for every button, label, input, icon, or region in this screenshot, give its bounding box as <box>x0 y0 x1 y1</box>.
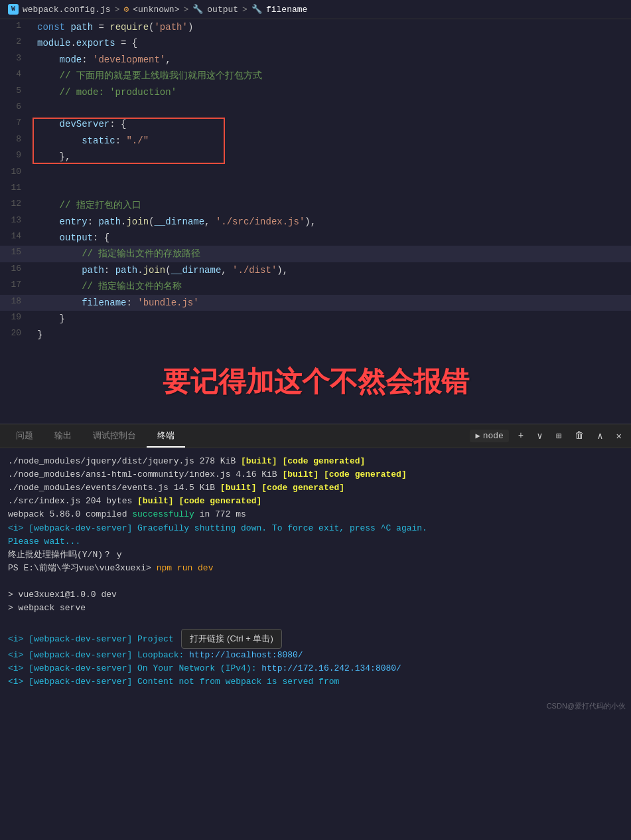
line-content: const path = require('path') <box>32 19 631 35</box>
breadcrumb-sep1: > <box>115 5 120 15</box>
tab-terminal[interactable]: 终端 <box>147 424 185 448</box>
line-content: // 指定输出文件的名称 <box>32 278 631 294</box>
terminal-line: PS E:\前端\学习vue\vue3xuexi> npm run dev <box>8 562 623 575</box>
terminal-body[interactable]: ./node_modules/jquery/dist/jquery.js 278… <box>0 448 631 714</box>
terminal-link[interactable]: http://172.16.242.134:8080/ <box>261 663 401 673</box>
terminal-line: <i> [webpack-dev-server] Loopback: http:… <box>8 649 623 662</box>
terminal-line: ./node_modules/jquery/dist/jquery.js 278… <box>8 455 623 468</box>
table-row: 11 <box>0 181 631 197</box>
terminal-panel: 问题 输出 调试控制台 终端 ▶ node + ∨ ⊞ 🗑 ∧ ✕ ./node… <box>0 424 631 714</box>
line-content: output: { <box>32 230 631 246</box>
table-row: 13 entry: path.join(__dirname, './src/in… <box>0 214 631 230</box>
code-table-2: 10 11 12 // 指定打包的入口 13 entry: path.join(… <box>0 165 631 343</box>
line-content: mode: 'development', <box>32 52 631 68</box>
terminal-text <box>318 469 324 479</box>
line-number: 5 <box>0 84 32 100</box>
line-content: // 指定输出文件的存放路径 <box>32 246 631 262</box>
terminal-text: successfully <box>132 509 194 519</box>
breadcrumb-part2[interactable]: <unknown> <box>133 5 179 15</box>
table-row: 5 // mode: 'production' <box>0 84 631 100</box>
maximize-button[interactable]: ∧ <box>593 429 606 443</box>
annotation-area: 要记得加这个不然会报错 <box>0 343 631 424</box>
terminal-text: in 772 ms <box>194 509 246 519</box>
breadcrumb-bar: W webpack.config.js > ⚙ <unknown> > 🔧 ou… <box>0 0 631 19</box>
line-content: entry: path.join(__dirname, './src/index… <box>32 214 631 230</box>
terminal-text: ./src/index.js 204 bytes <box>8 496 137 506</box>
terminal-text: PS E:\前端\学习vue\vue3xuexi> <box>8 563 157 573</box>
breadcrumb-file[interactable]: webpack.config.js <box>23 5 111 15</box>
terminal-line: <i> [webpack-dev-server] Project 打开链接 (C… <box>8 629 623 649</box>
breadcrumb-part4[interactable]: filename <box>266 5 307 15</box>
table-row: 7 devServer: { <box>0 116 631 132</box>
tab-debug-console[interactable]: 调试控制台 <box>82 424 147 448</box>
table-row: 12 // 指定打包的入口 <box>0 197 631 213</box>
line-number: 7 <box>0 116 32 132</box>
terminal-line: ./node_modules/events/events.js 14.5 KiB… <box>8 481 623 495</box>
line-number: 11 <box>0 181 32 197</box>
terminal-text: <i> [webpack-dev-server] Gracefully shut… <box>8 523 427 533</box>
line-number: 15 <box>0 246 32 262</box>
line-content <box>32 100 631 116</box>
line-number: 16 <box>0 262 32 278</box>
terminal-text: <i> [webpack-dev-server] On Your Network… <box>8 663 261 673</box>
terminal-text: npm run dev <box>157 563 214 573</box>
node-label: node <box>483 431 504 441</box>
line-number: 13 <box>0 214 32 230</box>
line-number: 9 <box>0 149 32 165</box>
devserver-region: 7 devServer: { 8 static: "./" 9 }, <box>0 116 631 165</box>
line-number: 10 <box>0 165 32 181</box>
tab-output[interactable]: 输出 <box>44 424 82 448</box>
terminal-text: 终止批处理操作吗(Y/N)？ y <box>8 550 122 560</box>
line-content: path: path.join(__dirname, './dist'), <box>32 262 631 278</box>
table-row: 2 module.exports = { <box>0 35 631 51</box>
wrench-icon2: 🔧 <box>251 4 262 15</box>
line-content: } <box>32 327 631 343</box>
line-content: // 指定打包的入口 <box>32 197 631 213</box>
terminal-controls: ▶ node + ∨ ⊞ 🗑 ∧ ✕ <box>470 429 626 443</box>
terminal-line: Please wait... <box>8 535 623 548</box>
line-number: 6 <box>0 100 32 116</box>
terminal-line: webpack 5.86.0 compiled successfully in … <box>8 508 623 521</box>
line-number: 1 <box>0 19 32 35</box>
terminal-text: <i> [webpack-dev-server] Loopback: <box>8 650 189 660</box>
table-row: 17 // 指定输出文件的名称 <box>0 278 631 294</box>
terminal-text: [built] <box>220 483 257 493</box>
add-terminal-button[interactable]: + <box>514 429 527 442</box>
terminal-text: [code generated] <box>324 469 407 479</box>
breadcrumb-sep3: > <box>242 5 247 15</box>
line-number: 4 <box>0 68 32 84</box>
line-content: // mode: 'production' <box>32 84 631 100</box>
line-number: 17 <box>0 278 32 294</box>
code-table-boxed: 7 devServer: { 8 static: "./" 9 }, <box>0 116 631 165</box>
watermark: CSDN@爱打代码的小伙 <box>547 701 626 711</box>
terminal-text: > webpack serve <box>8 603 86 613</box>
close-panel-button[interactable]: ✕ <box>612 429 626 443</box>
code-editor: 1 const path = require('path') 2 module.… <box>0 19 631 343</box>
dropdown-button[interactable]: ∨ <box>533 429 546 443</box>
file-icon: W <box>8 4 19 15</box>
table-row: 8 static: "./" <box>0 133 631 149</box>
terminal-link[interactable]: http://localhost:8080/ <box>189 650 303 660</box>
terminal-line: <i> [webpack-dev-server] On Your Network… <box>8 662 623 675</box>
split-terminal-button[interactable]: ⊞ <box>552 429 565 443</box>
breadcrumb-part3[interactable]: output <box>207 5 238 15</box>
breadcrumb-sep2: > <box>183 5 188 15</box>
open-link-tooltip[interactable]: 打开链接 (Ctrl + 单击) <box>181 629 281 649</box>
table-row: 20 } <box>0 327 631 343</box>
line-number: 20 <box>0 327 32 343</box>
tab-problems[interactable]: 问题 <box>5 424 44 448</box>
terminal-text: Please wait... <box>8 537 80 546</box>
table-row: 4 // 下面用的就是要上线啦我们就用这个打包方式 <box>0 68 631 84</box>
line-number: 12 <box>0 197 32 213</box>
table-row: 15 // 指定输出文件的存放路径 <box>0 246 631 262</box>
terminal-text: <i> [webpack-dev-server] Content not fro… <box>8 677 339 687</box>
terminal-text: webpack 5.86.0 compiled <box>8 509 132 519</box>
terminal-line: 终止批处理操作吗(Y/N)？ y <box>8 548 623 562</box>
delete-terminal-button[interactable]: 🗑 <box>571 429 588 442</box>
code-table: 1 const path = require('path') 2 module.… <box>0 19 631 116</box>
line-content <box>32 165 631 181</box>
table-row: 19 } <box>0 311 631 327</box>
terminal-line: <i> [webpack-dev-server] Content not fro… <box>8 675 623 689</box>
line-content: }, <box>32 149 631 165</box>
line-content: // 下面用的就是要上线啦我们就用这个打包方式 <box>32 68 631 84</box>
